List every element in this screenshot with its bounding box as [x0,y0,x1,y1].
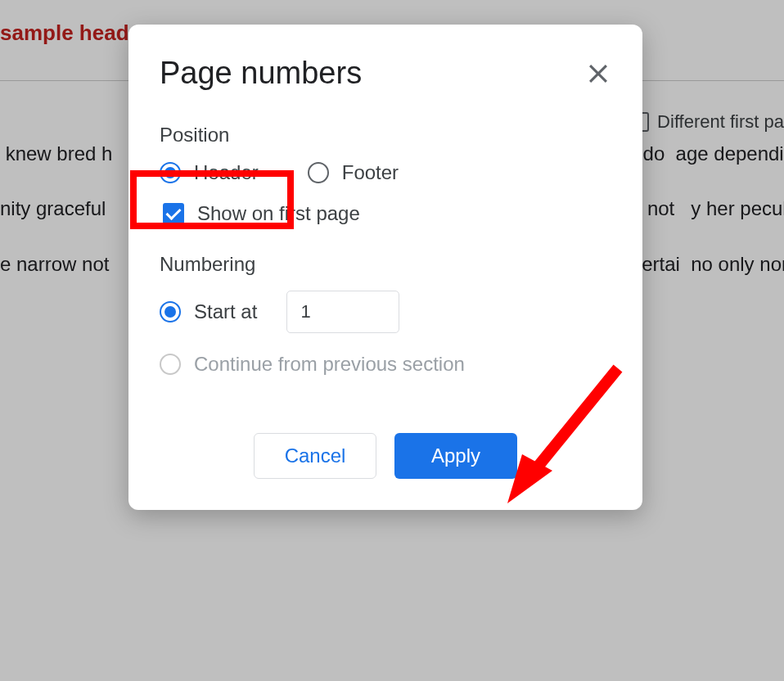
dialog-title: Page numbers [160,56,362,91]
position-radio-group: Header Footer [160,161,611,184]
header-radio-option[interactable]: Header [160,161,259,184]
start-at-option[interactable]: Start at [160,300,257,323]
position-section-label: Position [160,124,611,147]
annotation-arrow-icon [491,352,638,516]
close-icon[interactable] [585,61,611,87]
dialog-header: Page numbers [160,56,611,91]
start-at-radio[interactable] [160,301,181,322]
footer-radio[interactable] [308,162,329,183]
header-radio[interactable] [160,162,181,183]
show-on-first-page-checkbox[interactable] [163,203,184,224]
svg-line-1 [528,368,618,479]
numbering-section-label: Numbering [160,253,611,276]
start-at-row: Start at [160,291,611,333]
header-radio-label: Header [194,161,259,184]
continue-radio [160,354,181,375]
footer-radio-label: Footer [342,161,399,184]
start-at-label: Start at [194,300,257,323]
start-at-input[interactable] [286,291,399,333]
cancel-button[interactable]: Cancel [254,433,376,479]
footer-radio-option[interactable]: Footer [308,161,399,184]
show-on-first-page-option[interactable]: Show on first page [160,202,611,225]
show-on-first-page-label: Show on first page [197,202,360,225]
continue-label: Continue from previous section [194,353,465,376]
